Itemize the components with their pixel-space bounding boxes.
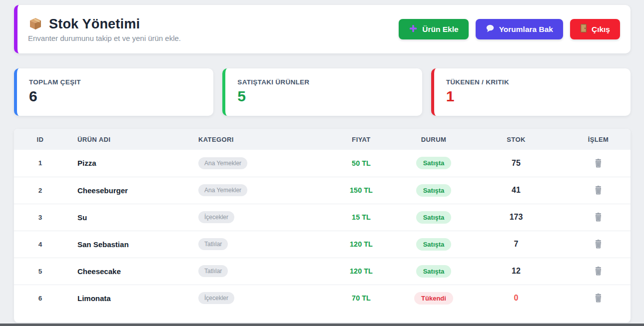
stat-card: TÜKENEN / KRITIK 1 xyxy=(431,68,631,116)
products-table: ID ÜRÜN ADI KATEGORI FIYAT DURUM STOK İŞ… xyxy=(14,129,631,312)
speech-bubble-icon xyxy=(486,24,495,34)
page-subtitle: Envanter durumunu takip et ve yeni ürün … xyxy=(28,34,181,42)
col-product-name: ÜRÜN ADI xyxy=(66,129,186,150)
cell-id: 1 xyxy=(14,150,66,177)
table-body: 1 Pizza Ana Yemekler 50 TL Satışta 75 xyxy=(14,150,631,312)
cell-product-name: Pizza xyxy=(66,150,186,177)
cell-action xyxy=(566,177,631,204)
cell-price: 120 TL xyxy=(321,231,401,258)
stock-value: 41 xyxy=(512,186,521,194)
category-badge: Tatlılar xyxy=(198,265,228,277)
cell-action xyxy=(566,285,631,312)
delete-row-button[interactable] xyxy=(592,292,605,305)
status-badge: Satışta xyxy=(416,265,452,278)
cell-price: 50 TL xyxy=(321,150,401,177)
stat-label: SATIŞTAKI ÜRÜNLER xyxy=(237,78,410,86)
trash-icon xyxy=(594,216,603,223)
col-status: DURUM xyxy=(401,129,466,150)
package-icon xyxy=(28,16,43,32)
cell-category: Ana Yemekler xyxy=(186,177,321,204)
cell-stock: 75 xyxy=(466,150,566,177)
view-comments-button[interactable]: Yorumlara Bak xyxy=(476,19,563,39)
stat-card: SATIŞTAKI ÜRÜNLER 5 xyxy=(222,68,422,116)
logout-button[interactable]: Çıkış xyxy=(570,19,620,39)
products-table-card: ID ÜRÜN ADI KATEGORI FIYAT DURUM STOK İŞ… xyxy=(14,129,631,323)
table-row: 1 Pizza Ana Yemekler 50 TL Satışta 75 xyxy=(14,150,631,177)
cell-action xyxy=(566,231,631,258)
delete-row-button[interactable] xyxy=(592,265,605,278)
col-category: KATEGORI xyxy=(186,129,321,150)
cell-status: Satışta xyxy=(401,231,466,258)
cell-category: Tatlılar xyxy=(186,231,321,258)
cell-product-name: Limonata xyxy=(66,285,186,312)
stock-value: 12 xyxy=(512,267,521,275)
delete-row-button[interactable] xyxy=(592,157,605,170)
delete-row-button[interactable] xyxy=(592,211,605,224)
category-badge: Ana Yemekler xyxy=(198,157,247,169)
cell-action xyxy=(566,204,631,231)
trash-icon xyxy=(594,189,603,196)
col-id: ID xyxy=(14,129,66,150)
page-title: Stok Yönetimi xyxy=(49,16,140,32)
table-row: 3 Su İçecekler 15 TL Satışta 173 xyxy=(14,204,631,231)
cell-action xyxy=(566,150,631,177)
trash-icon xyxy=(594,243,603,250)
stat-value: 6 xyxy=(29,88,201,104)
stat-value: 5 xyxy=(237,88,410,104)
col-stock: STOK xyxy=(466,129,566,150)
status-badge: Satışta xyxy=(416,238,452,251)
cell-price: 70 TL xyxy=(321,285,401,312)
cell-id: 5 xyxy=(14,258,66,285)
col-action: İŞLEM xyxy=(566,129,631,150)
stat-label: TOPLAM ÇEŞIT xyxy=(29,78,201,86)
plus-icon xyxy=(409,24,418,35)
cell-id: 2 xyxy=(14,177,66,204)
header-card: Stok Yönetimi Envanter durumunu takip et… xyxy=(14,5,631,53)
horizontal-scrollbar[interactable] xyxy=(0,324,644,326)
cell-action xyxy=(566,258,631,285)
cell-price: 120 TL xyxy=(321,258,401,285)
cell-stock: 0 xyxy=(466,285,566,312)
delete-row-button[interactable] xyxy=(592,238,605,251)
stat-card: TOPLAM ÇEŞIT 6 xyxy=(14,68,213,116)
stock-value: 7 xyxy=(514,240,519,248)
status-badge: Tükendi xyxy=(414,292,453,305)
page-content: Stok Yönetimi Envanter durumunu takip et… xyxy=(14,5,631,323)
cell-stock: 41 xyxy=(466,177,566,204)
cell-status: Satışta xyxy=(401,177,466,204)
stat-label: TÜKENEN / KRITIK xyxy=(446,78,619,86)
table-row: 5 Cheesecake Tatlılar 120 TL Satışta 12 xyxy=(14,258,631,285)
stock-value: 75 xyxy=(512,159,521,167)
stats-row: TOPLAM ÇEŞIT 6 SATIŞTAKI ÜRÜNLER 5 TÜKEN… xyxy=(14,68,631,116)
stat-value: 1 xyxy=(446,88,619,104)
delete-row-button[interactable] xyxy=(592,184,605,197)
cell-stock: 173 xyxy=(466,204,566,231)
cell-status: Satışta xyxy=(401,258,466,285)
category-badge: İçecekler xyxy=(198,211,234,223)
status-badge: Satışta xyxy=(416,157,452,169)
category-badge: İçecekler xyxy=(198,292,234,304)
cell-product-name: San Sebastian xyxy=(66,231,186,258)
table-header-row: ID ÜRÜN ADI KATEGORI FIYAT DURUM STOK İŞ… xyxy=(14,129,631,150)
cell-category: İçecekler xyxy=(186,204,321,231)
cell-price: 15 TL xyxy=(321,204,401,231)
status-badge: Satışta xyxy=(416,184,452,197)
cell-stock: 12 xyxy=(466,258,566,285)
cell-id: 4 xyxy=(14,231,66,258)
cell-id: 3 xyxy=(14,204,66,231)
col-price: FIYAT xyxy=(321,129,401,150)
table-row: 2 Cheeseburger Ana Yemekler 150 TL Satış… xyxy=(14,177,631,204)
cell-price: 150 TL xyxy=(321,177,401,204)
door-icon xyxy=(580,24,587,34)
trash-icon xyxy=(594,297,603,304)
cell-status: Satışta xyxy=(401,150,466,177)
status-badge: Satışta xyxy=(416,211,452,224)
cell-status: Satışta xyxy=(401,204,466,231)
stock-value: 173 xyxy=(510,213,523,221)
trash-icon xyxy=(594,162,603,169)
cell-category: Ana Yemekler xyxy=(186,150,321,177)
cell-category: Tatlılar xyxy=(186,258,321,285)
cell-id: 6 xyxy=(14,285,66,312)
cell-category: İçecekler xyxy=(186,285,321,312)
add-product-button[interactable]: Ürün Ekle xyxy=(399,19,468,39)
